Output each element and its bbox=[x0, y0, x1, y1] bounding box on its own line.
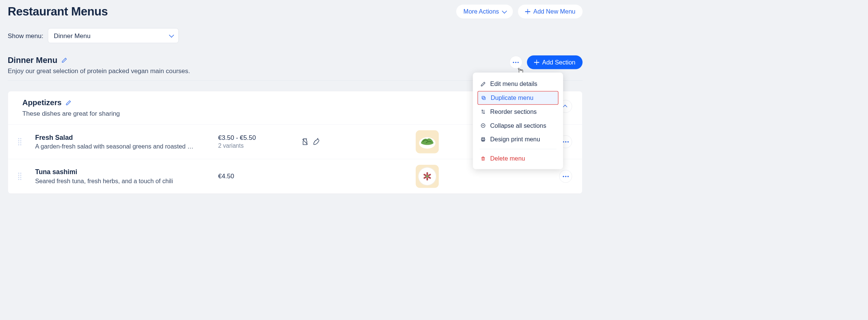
more-actions-label: More Actions bbox=[464, 8, 499, 15]
menu-description: Enjoy our great selection of protein pac… bbox=[8, 67, 190, 75]
item-variants: 2 variants bbox=[218, 142, 295, 149]
svg-rect-8 bbox=[428, 174, 431, 177]
menu-select-value: Dinner Menu bbox=[54, 32, 90, 40]
chevron-up-icon bbox=[563, 105, 568, 109]
menu-title: Dinner Menu bbox=[8, 55, 57, 65]
chevron-down-icon bbox=[169, 32, 174, 37]
svg-rect-7 bbox=[427, 172, 428, 175]
plus-icon bbox=[525, 9, 530, 14]
svg-rect-0 bbox=[483, 97, 485, 100]
page-title: Restaurant Menus bbox=[8, 5, 108, 18]
menu-context-popup: Edit menu details Duplicate menu Reorder… bbox=[473, 72, 563, 169]
svg-rect-1 bbox=[482, 96, 484, 99]
no-milk-icon bbox=[301, 138, 309, 145]
item-description: A garden-fresh salad with seasonal green… bbox=[35, 143, 212, 150]
dots-icon bbox=[563, 141, 569, 142]
svg-point-13 bbox=[426, 175, 428, 177]
popup-reorder-sections[interactable]: Reorder sections bbox=[478, 105, 559, 119]
item-price: €4.50 bbox=[218, 172, 295, 180]
popup-delete-label: Delete menu bbox=[490, 155, 525, 162]
pencil-icon[interactable] bbox=[66, 100, 71, 106]
trash-icon bbox=[480, 156, 486, 161]
popup-edit-label: Edit menu details bbox=[490, 81, 537, 88]
svg-point-2 bbox=[481, 124, 485, 127]
popup-delete-menu[interactable]: Delete menu bbox=[478, 152, 559, 166]
section-description: These dishes are great for sharing bbox=[22, 110, 120, 117]
svg-rect-12 bbox=[423, 174, 427, 177]
menu-more-button[interactable]: Edit menu details Duplicate menu Reorder… bbox=[510, 56, 522, 69]
salad-image-icon bbox=[418, 132, 436, 151]
add-new-menu-button[interactable]: Add New Menu bbox=[518, 5, 582, 18]
section-title: Appetizers bbox=[22, 98, 61, 107]
more-actions-button[interactable]: More Actions bbox=[456, 5, 513, 18]
add-section-button[interactable]: Add Section bbox=[527, 55, 583, 69]
pencil-icon[interactable] bbox=[61, 57, 67, 63]
drag-handle-icon[interactable] bbox=[18, 173, 21, 180]
svg-rect-11 bbox=[423, 176, 427, 179]
chevron-down-icon bbox=[502, 8, 507, 13]
reorder-icon bbox=[480, 109, 486, 115]
collapse-icon bbox=[480, 123, 486, 128]
item-photo bbox=[416, 130, 439, 153]
popup-design-label: Design print menu bbox=[490, 136, 540, 143]
popup-duplicate-menu[interactable]: Duplicate menu bbox=[478, 91, 559, 105]
popup-edit-menu[interactable]: Edit menu details bbox=[478, 77, 559, 91]
popup-collapse-sections[interactable]: Collapse all sections bbox=[478, 119, 559, 133]
popup-duplicate-label: Duplicate menu bbox=[491, 94, 533, 101]
menu-select[interactable]: Dinner Menu bbox=[48, 28, 179, 43]
add-section-label: Add Section bbox=[542, 59, 576, 66]
pencil-icon bbox=[480, 81, 486, 87]
dots-icon bbox=[563, 176, 569, 177]
dots-icon bbox=[513, 62, 519, 63]
plus-icon bbox=[534, 60, 539, 65]
sashimi-image-icon bbox=[421, 170, 434, 183]
item-description: Seared fresh tuna, fresh herbs, and a to… bbox=[35, 178, 212, 185]
add-new-menu-label: Add New Menu bbox=[533, 8, 576, 15]
popup-collapse-label: Collapse all sections bbox=[490, 122, 547, 129]
popup-design-print[interactable]: Design print menu bbox=[478, 133, 559, 147]
drag-handle-icon[interactable] bbox=[18, 138, 21, 145]
item-name: Tuna sashimi bbox=[35, 168, 212, 176]
svg-rect-10 bbox=[427, 178, 428, 181]
item-photo bbox=[416, 165, 439, 188]
popup-reorder-label: Reorder sections bbox=[490, 108, 537, 115]
item-more-button[interactable] bbox=[559, 170, 572, 183]
separator bbox=[479, 149, 556, 149]
item-name: Fresh Salad bbox=[35, 133, 212, 141]
print-icon bbox=[480, 137, 486, 142]
item-price: €3.50 - €5.50 bbox=[218, 134, 295, 142]
svg-rect-9 bbox=[428, 176, 431, 179]
chili-icon bbox=[312, 138, 321, 146]
show-menu-label: Show menu: bbox=[8, 32, 43, 40]
duplicate-icon bbox=[481, 95, 487, 101]
